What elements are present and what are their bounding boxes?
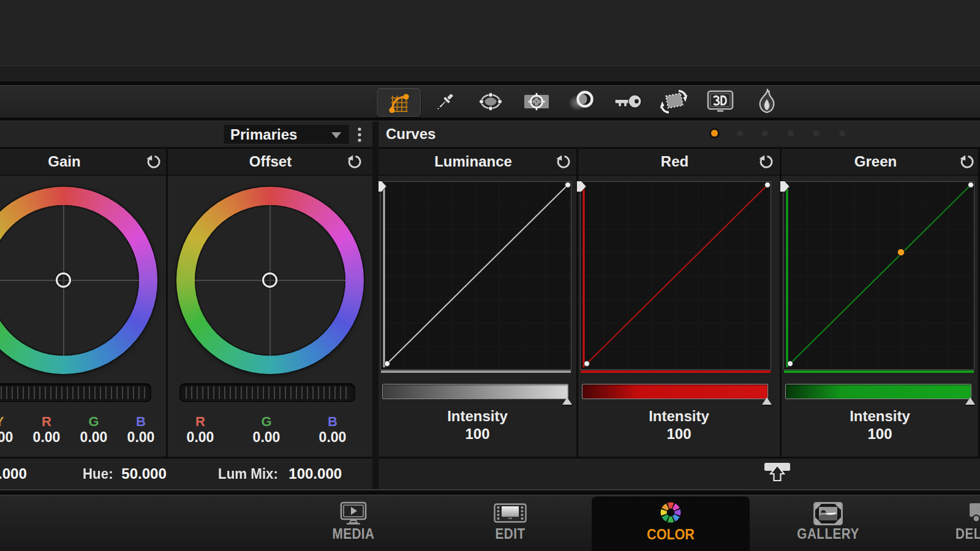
tab-color[interactable]: COLOR bbox=[609, 496, 732, 551]
green-intensity-slider[interactable] bbox=[785, 384, 971, 399]
color-wheels-header: Primaries bbox=[0, 121, 372, 147]
gain-reset-button[interactable] bbox=[145, 152, 162, 170]
color-wheels-palette: Primaries Gain bbox=[0, 121, 372, 489]
red-softclip-handle[interactable] bbox=[576, 181, 587, 195]
red-title: Red bbox=[578, 149, 780, 174]
viewer-area bbox=[0, 0, 980, 66]
lum-mix-readout[interactable]: Lum Mix:100.000 bbox=[218, 459, 342, 489]
power-window-tool-button[interactable] bbox=[469, 86, 512, 118]
luminance-curve-graph[interactable] bbox=[380, 181, 571, 370]
sizing-icon bbox=[658, 88, 689, 115]
offset-wheel-handle[interactable] bbox=[262, 272, 277, 288]
motion-effects-tool-button[interactable] bbox=[745, 86, 788, 118]
gain-b-value[interactable]: 0.00 bbox=[116, 429, 165, 446]
green-intensity-label: Intensity bbox=[782, 408, 978, 425]
green-title: Green bbox=[782, 149, 978, 174]
luminance-reset-button[interactable] bbox=[554, 152, 571, 170]
offset-b-label: B bbox=[314, 414, 351, 430]
luminance-intensity-label: Intensity bbox=[379, 408, 576, 425]
key-tool-button[interactable] bbox=[606, 86, 649, 118]
offset-reset-button[interactable] bbox=[345, 152, 363, 170]
panel-menu-button[interactable] bbox=[356, 125, 363, 147]
edit-page-icon bbox=[494, 503, 527, 525]
tracker-tool-button[interactable] bbox=[515, 86, 558, 118]
stereoscopic-3d-tool-button[interactable] bbox=[699, 86, 742, 118]
green-curve-graph[interactable] bbox=[783, 181, 974, 370]
reset-icon bbox=[757, 152, 774, 170]
offset-g-value[interactable]: 0.00 bbox=[242, 429, 291, 446]
gain-r-label: R bbox=[28, 414, 65, 430]
red-reset-button[interactable] bbox=[757, 152, 774, 170]
deliver-page-icon bbox=[970, 501, 980, 528]
green-slider-handle[interactable] bbox=[965, 397, 975, 405]
page-dot-1[interactable] bbox=[711, 130, 718, 137]
red-intensity-label: Intensity bbox=[578, 408, 780, 425]
page-dot-4[interactable] bbox=[788, 130, 794, 137]
green-intensity-value[interactable]: 100 bbox=[782, 425, 978, 443]
edit-tab-label: EDIT bbox=[496, 526, 526, 542]
3d-icon bbox=[706, 90, 734, 113]
wheel-mode-dropdown[interactable]: Primaries bbox=[223, 124, 350, 144]
curves-title: Curves bbox=[386, 121, 435, 147]
green-softclip-handle[interactable] bbox=[780, 181, 790, 195]
qualifier-tool-button[interactable] bbox=[424, 86, 467, 118]
eject-up-icon bbox=[764, 462, 791, 484]
luminance-intensity-slider[interactable] bbox=[382, 384, 568, 399]
page-dot-2[interactable] bbox=[737, 130, 743, 137]
kebab-menu-icon bbox=[356, 125, 363, 144]
green-reset-button[interactable] bbox=[958, 152, 975, 170]
wheel-mode-label: Primaries bbox=[230, 126, 297, 143]
color-tab-label: COLOR bbox=[647, 526, 695, 543]
gain-g-label: G bbox=[75, 414, 112, 430]
gain-master-wheel[interactable] bbox=[0, 383, 151, 402]
divider bbox=[166, 149, 168, 457]
offset-master-wheel[interactable] bbox=[179, 383, 355, 402]
luminance-title: Luminance bbox=[379, 149, 576, 174]
reset-icon bbox=[554, 152, 571, 170]
deliver-tab-label: DELIVER bbox=[956, 526, 980, 542]
gain-g-value[interactable]: 0.00 bbox=[69, 429, 118, 446]
media-tab-label: MEDIA bbox=[333, 526, 375, 542]
page-dot-5[interactable] bbox=[813, 130, 820, 137]
tab-edit[interactable]: EDIT bbox=[449, 496, 571, 551]
curves-tool-button[interactable] bbox=[377, 88, 421, 117]
davinci-resolve-color-page: Primaries Gain bbox=[0, 0, 980, 551]
red-intensity-slider[interactable] bbox=[582, 384, 768, 399]
red-curve-graph[interactable] bbox=[580, 181, 771, 370]
divider bbox=[0, 490, 980, 495]
gain-wheel-handle[interactable] bbox=[56, 272, 71, 288]
tab-deliver[interactable]: DELIVER bbox=[925, 496, 980, 551]
luminance-softclip-handle[interactable] bbox=[379, 181, 387, 195]
reset-icon bbox=[345, 152, 363, 170]
red-bottom-line bbox=[581, 370, 771, 373]
offset-g-label: G bbox=[248, 414, 285, 430]
red-slider-handle[interactable] bbox=[762, 397, 772, 405]
key-icon bbox=[613, 92, 643, 111]
offset-r-value[interactable]: 0.00 bbox=[176, 429, 225, 446]
gain-r-value[interactable]: 0.00 bbox=[22, 429, 71, 446]
sat-readout[interactable]: Sat:50.000 bbox=[0, 459, 27, 489]
gain-b-label: B bbox=[123, 414, 159, 430]
offset-title: Offset bbox=[168, 149, 372, 174]
sizing-tool-button[interactable] bbox=[652, 86, 695, 118]
blur-icon bbox=[568, 89, 597, 114]
tab-gallery[interactable]: GALLERY bbox=[767, 496, 889, 551]
chevron-down-icon bbox=[331, 132, 341, 138]
curves-palette: Curves Luminance bbox=[379, 121, 980, 489]
tab-media[interactable]: MEDIA bbox=[292, 496, 415, 551]
luminance-intensity-value[interactable]: 100 bbox=[379, 425, 576, 443]
page-dot-3[interactable] bbox=[762, 130, 768, 137]
luminance-slider-handle[interactable] bbox=[562, 397, 572, 405]
gain-y-value[interactable]: 0.00 bbox=[0, 429, 24, 446]
gallery-tab-label: GALLERY bbox=[797, 526, 859, 542]
offset-b-value[interactable]: 0.00 bbox=[308, 429, 357, 446]
curves-expand-button[interactable] bbox=[764, 462, 791, 486]
blur-tool-button[interactable] bbox=[561, 86, 604, 118]
page-tab-bar: MEDIA EDIT bbox=[0, 496, 980, 551]
hue-readout[interactable]: Hue:50.000 bbox=[83, 459, 167, 489]
page-dot-6[interactable] bbox=[839, 130, 845, 137]
red-intensity-value[interactable]: 100 bbox=[578, 425, 780, 443]
green-bottom-line bbox=[784, 370, 974, 373]
flame-icon bbox=[755, 88, 778, 115]
media-page-icon bbox=[339, 501, 368, 528]
